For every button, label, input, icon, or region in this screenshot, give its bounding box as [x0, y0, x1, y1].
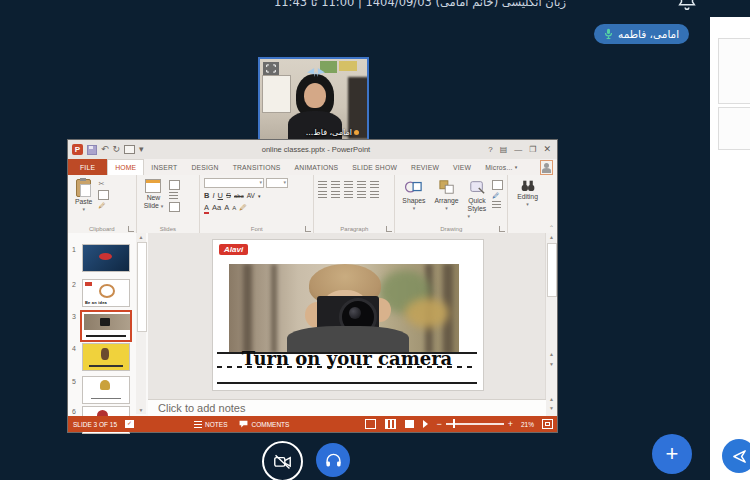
- scroll-up-icon[interactable]: ▲: [136, 234, 146, 240]
- tab-view[interactable]: VIEW: [446, 159, 478, 175]
- font-color-button[interactable]: A: [204, 203, 209, 214]
- indent-decrease-icon[interactable]: [344, 181, 353, 188]
- webcam-tile[interactable]: امامی، فاط...: [258, 57, 369, 141]
- previous-slide-icon[interactable]: ▲: [546, 351, 557, 357]
- section-icon[interactable]: [169, 202, 180, 212]
- justify-icon[interactable]: [357, 191, 366, 198]
- powerpoint-logo-icon[interactable]: [72, 144, 83, 155]
- notes-placeholder[interactable]: Click to add notes: [158, 402, 245, 414]
- scrollbar-thumb[interactable]: [137, 242, 147, 332]
- normal-view-icon[interactable]: [365, 419, 376, 429]
- layout-icon[interactable]: [169, 180, 180, 190]
- slideshow-view-icon[interactable]: [423, 420, 428, 428]
- undo-icon[interactable]: ↶: [101, 145, 109, 154]
- tab-file[interactable]: FILE: [68, 159, 107, 175]
- notes-pane[interactable]: Click to add notes: [148, 399, 546, 417]
- arrange-button[interactable]: Arrange▾: [431, 178, 461, 221]
- slide-sorter-view-icon[interactable]: [385, 419, 396, 429]
- align-right-icon[interactable]: [344, 191, 353, 198]
- shape-fill-icon[interactable]: [492, 180, 503, 190]
- underline-button[interactable]: U: [218, 191, 223, 200]
- reset-icon[interactable]: [169, 192, 178, 200]
- restore-icon[interactable]: [529, 146, 536, 154]
- tab-animations[interactable]: ANIMATIONS: [288, 159, 346, 175]
- zoom-percentage[interactable]: 21%: [521, 421, 534, 428]
- scroll-down-icon[interactable]: ▼: [136, 407, 146, 413]
- font-name-combobox[interactable]: [204, 178, 264, 188]
- shapes-button[interactable]: Shapes▾: [399, 178, 428, 221]
- slide-thumbnail-3-selected[interactable]: [80, 310, 132, 342]
- zoom-in-icon[interactable]: +: [508, 420, 513, 429]
- slide-photo-boy-with-camera[interactable]: [229, 264, 459, 354]
- next-slide-icon[interactable]: ▼: [546, 361, 557, 367]
- redo-icon[interactable]: ↻: [113, 145, 121, 154]
- clear-formatting-button[interactable]: abc: [234, 193, 244, 199]
- format-painter-icon[interactable]: 🖉: [98, 202, 109, 209]
- ribbon-options-icon[interactable]: [500, 146, 508, 154]
- save-icon[interactable]: [87, 145, 97, 155]
- fit-slide-to-window-icon[interactable]: [542, 419, 553, 429]
- zoom-slider[interactable]: [446, 423, 504, 425]
- copy-icon[interactable]: [98, 190, 109, 200]
- paragraph-dialog-launcher[interactable]: [386, 226, 392, 232]
- line-spacing-icon[interactable]: [370, 181, 379, 188]
- scroll-down-notes-icon[interactable]: ▼: [546, 405, 557, 411]
- slide-thumbnail-1[interactable]: [82, 244, 130, 272]
- new-slide-button[interactable]: New Slide ▾: [141, 178, 167, 221]
- shrink-font-button[interactable]: A: [232, 205, 236, 211]
- reading-view-icon[interactable]: [405, 420, 414, 428]
- tab-transitions[interactable]: TRANSITIONS: [226, 159, 288, 175]
- bullets-icon[interactable]: [318, 181, 327, 188]
- collapse-ribbon-icon[interactable]: ⌃: [549, 224, 554, 231]
- slide-editing-canvas[interactable]: Alavi Tur: [148, 233, 546, 399]
- font-size-combobox[interactable]: [266, 178, 288, 188]
- columns-icon[interactable]: [370, 191, 379, 198]
- align-left-icon[interactable]: [318, 191, 327, 198]
- start-slideshow-icon[interactable]: [124, 145, 135, 154]
- zoom-slider-thumb[interactable]: [453, 419, 456, 428]
- slide-scrollbar[interactable]: ▲ ▲ ▼ ▲ ▼: [545, 233, 557, 416]
- scroll-up-icon[interactable]: ▲: [546, 234, 557, 240]
- send-message-button[interactable]: [722, 439, 750, 473]
- editing-button[interactable]: Editing▾: [514, 178, 541, 221]
- close-icon[interactable]: [543, 145, 551, 154]
- zoom-out-icon[interactable]: −: [436, 420, 441, 429]
- ppt-title-bar[interactable]: ↶ ↻ ▾ online classes.pptx - PowerPoint: [68, 140, 557, 159]
- change-case-button[interactable]: Aa: [212, 203, 221, 212]
- strikethrough-button[interactable]: S: [226, 191, 231, 200]
- indent-increase-icon[interactable]: [357, 181, 366, 188]
- tab-overflow[interactable]: Micros...▾: [478, 159, 524, 175]
- presenter-badge[interactable]: امامی، فاطمه: [594, 24, 689, 44]
- audio-headphones-button[interactable]: [316, 443, 350, 477]
- spell-check-icon[interactable]: [125, 420, 134, 428]
- align-center-icon[interactable]: [331, 191, 340, 198]
- slide[interactable]: Alavi Tur: [212, 239, 484, 391]
- bold-button[interactable]: B: [204, 191, 209, 200]
- slide-caption-textbox[interactable]: Turn on your camera: [217, 352, 477, 384]
- clipboard-dialog-launcher[interactable]: [128, 226, 134, 232]
- scroll-up-notes-icon[interactable]: ▲: [546, 396, 557, 402]
- tab-slideshow[interactable]: SLIDE SHOW: [345, 159, 404, 175]
- tab-insert[interactable]: INSERT: [144, 159, 184, 175]
- slide-thumbnail-2[interactable]: Be an idea: [82, 279, 130, 307]
- help-icon[interactable]: [488, 146, 492, 154]
- slide-thumbnail-4[interactable]: [82, 343, 130, 371]
- notification-bell-icon[interactable]: [676, 0, 698, 12]
- expand-video-icon[interactable]: [263, 62, 279, 75]
- tab-home[interactable]: HOME: [107, 159, 144, 175]
- scrollbar-thumb[interactable]: [547, 243, 557, 297]
- tab-design[interactable]: DESIGN: [184, 159, 225, 175]
- font-dialog-launcher[interactable]: [305, 226, 311, 232]
- shape-effects-icon[interactable]: [492, 201, 501, 209]
- thumbnail-scrollbar[interactable]: ▲ ▼: [136, 233, 146, 414]
- numbering-icon[interactable]: [331, 181, 340, 188]
- cut-icon[interactable]: ✂: [98, 180, 109, 188]
- tab-review[interactable]: REVIEW: [404, 159, 446, 175]
- notes-toggle[interactable]: NOTES: [194, 421, 227, 428]
- paste-button[interactable]: Paste▾: [72, 178, 95, 221]
- camera-toggle-button[interactable]: [262, 441, 303, 480]
- add-content-button[interactable]: +: [652, 434, 692, 474]
- grow-font-button[interactable]: A: [224, 203, 229, 212]
- comments-toggle[interactable]: COMMENTS: [239, 420, 289, 428]
- quick-styles-button[interactable]: Quick Styles ▾: [465, 178, 490, 221]
